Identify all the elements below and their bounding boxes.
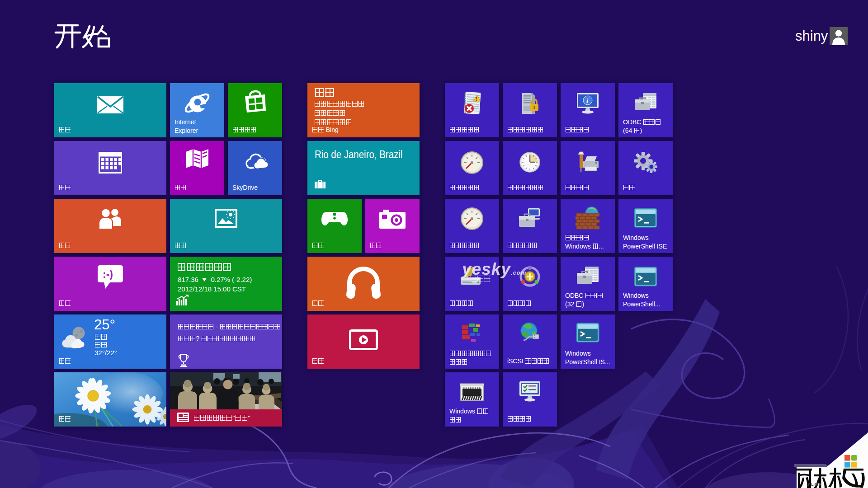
svg-text::-): :-) <box>103 268 113 280</box>
svg-text:!: ! <box>476 96 477 102</box>
svg-text:YLMF: YLMF <box>807 482 822 487</box>
